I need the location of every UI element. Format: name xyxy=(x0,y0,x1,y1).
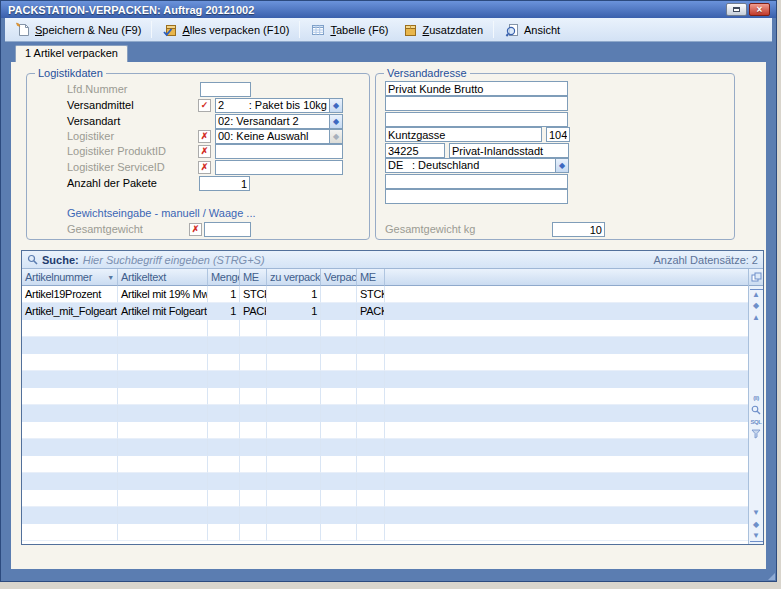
column-header-2[interactable]: Artikeltext xyxy=(118,269,208,286)
column-header-label: Artikeltext xyxy=(121,271,166,283)
anzahl-pakete-field[interactable] xyxy=(199,176,250,191)
table-button[interactable]: Tabelle (F6) xyxy=(304,20,394,40)
cell xyxy=(357,456,385,473)
save-new-button[interactable]: Speichern & Neu (F9) xyxy=(9,20,147,40)
gesamtgewicht-field[interactable] xyxy=(204,222,251,237)
versandart-dropdown-button[interactable]: ◆ xyxy=(329,115,342,128)
column-header-filler xyxy=(385,269,748,286)
cell: STCK xyxy=(240,286,267,303)
cell-filler xyxy=(385,337,748,354)
titlebar[interactable]: PACKSTATION-VERPACKEN: Auftrag 20121002 … xyxy=(1,1,776,18)
cell xyxy=(357,490,385,507)
logistiker-serviceid-field[interactable] xyxy=(215,160,343,175)
pack-all-button-label: Alles verpacken (F10) xyxy=(182,24,289,36)
save-new-button-label: Speichern & Neu (F9) xyxy=(35,24,141,36)
logistiker-text: 00: Keine Auswahl xyxy=(216,130,329,143)
logistiker-label: Logistiker xyxy=(67,129,114,144)
cell: 1 xyxy=(208,286,240,303)
diamond-spinner-icon: ◆ xyxy=(333,102,339,110)
search-icon[interactable] xyxy=(750,404,763,416)
page-up-icon[interactable]: ◆ xyxy=(750,300,763,312)
cell: 1 xyxy=(267,303,321,320)
column-header-4[interactable]: ME xyxy=(240,269,267,286)
versandart-text: 02: Versandart 2 xyxy=(216,115,329,128)
toolbar: Speichern & Neu (F9)Alles verpacken (F10… xyxy=(5,18,772,42)
restore-button[interactable] xyxy=(726,3,747,16)
cell xyxy=(321,371,357,388)
preview-icon xyxy=(504,22,520,38)
table-row[interactable]: Artikel19ProzentArtikel mit 19% MwSt.1ST… xyxy=(22,286,748,303)
cell xyxy=(267,507,321,524)
table-empty-row xyxy=(22,473,748,490)
view-button[interactable]: Ansicht xyxy=(498,20,566,40)
cell xyxy=(118,371,208,388)
versandmittel-label: Versandmittel xyxy=(67,98,134,113)
cell xyxy=(357,320,385,337)
column-header-1[interactable]: Artikelnummer▼ xyxy=(22,269,118,286)
cell xyxy=(321,456,357,473)
filter-icon[interactable] xyxy=(750,428,763,440)
tab-artikel-verpacken[interactable]: 1 Artikel verpacken xyxy=(15,45,128,62)
column-header-3[interactable]: Menge xyxy=(208,269,240,286)
table-empty-row xyxy=(22,507,748,524)
land-text: : Deutschland xyxy=(412,159,479,172)
sql-icon[interactable]: SQL xyxy=(750,416,763,428)
row-down-icon[interactable]: ▼ xyxy=(750,507,763,519)
x-flag-icon: ✗ xyxy=(198,145,211,158)
additional-data-button[interactable]: Zusatzdaten xyxy=(396,20,489,40)
column-header-6[interactable]: Verpackt xyxy=(321,269,357,286)
table-empty-row xyxy=(22,456,748,473)
row-up-icon[interactable]: ▲ xyxy=(750,312,763,324)
cell: PACK xyxy=(357,303,385,320)
cell xyxy=(118,422,208,439)
table-row[interactable]: Artikel_mit_FolgeartikelArtikel mit Folg… xyxy=(22,303,748,320)
logistiker-produktid-field[interactable] xyxy=(215,144,343,159)
cell: Artikel19Prozent xyxy=(22,286,118,303)
land-combo[interactable]: DE: Deutschland ◆ xyxy=(385,158,569,173)
versandmittel-dropdown-button[interactable]: ◆ xyxy=(329,99,342,112)
page-down-icon[interactable]: ◆ xyxy=(750,519,763,531)
cell: PACK xyxy=(240,303,267,320)
hausnummer-field[interactable] xyxy=(546,127,570,142)
app-window: PACKSTATION-VERPACKEN: Auftrag 20121002 … xyxy=(0,0,777,582)
name1-field[interactable] xyxy=(385,81,568,96)
plz-field[interactable] xyxy=(385,143,445,158)
name3-field[interactable] xyxy=(385,112,568,127)
zusatz2-field[interactable] xyxy=(385,189,568,204)
cell xyxy=(240,388,267,405)
column-header-5[interactable]: zu verpacke xyxy=(267,269,321,286)
main-area: 1 Artikel verpacken Logistikdaten Lfd.Nu… xyxy=(5,42,772,575)
grid-search-bar[interactable]: Suche: Hier Suchbegriff eingeben (STRG+S… xyxy=(22,251,763,269)
gesamtgewicht-kg-field[interactable] xyxy=(552,222,605,237)
cell xyxy=(118,388,208,405)
cell xyxy=(240,439,267,456)
name2-field[interactable] xyxy=(385,96,568,111)
additional-data-button-label: Zusatzdaten xyxy=(422,24,483,36)
cell xyxy=(208,473,240,490)
pack-all-button[interactable]: Alles verpacken (F10) xyxy=(156,20,295,40)
cell-filler xyxy=(385,388,748,405)
land-dropdown-button[interactable]: ◆ xyxy=(555,159,568,172)
toolbar-separator xyxy=(299,21,300,38)
search-placeholder[interactable]: Hier Suchbegriff eingeben (STRG+S) xyxy=(83,254,265,266)
lfd-nummer-field[interactable] xyxy=(200,82,251,97)
cell xyxy=(22,337,118,354)
table-empty-row xyxy=(22,371,748,388)
strasse-field[interactable] xyxy=(385,127,542,142)
scroll-top-icon[interactable]: ▲ xyxy=(750,289,763,300)
fit-columns-icon[interactable]: (‖) xyxy=(750,392,763,404)
versandart-combo[interactable]: 02: Versandart 2 ◆ xyxy=(215,114,343,129)
gewichtseingabe-link[interactable]: Gewichtseingabe - manuell / Waage ... xyxy=(67,206,256,221)
resize-grip[interactable] xyxy=(768,573,775,580)
cell: Artikel_mit_Folgeartikel xyxy=(22,303,118,320)
cell xyxy=(267,422,321,439)
logistiker-serviceid-label: Logistiker ServiceID xyxy=(67,160,165,175)
close-button[interactable]: × xyxy=(749,3,770,16)
scroll-bottom-icon[interactable]: ▼ xyxy=(750,531,763,542)
column-chooser-button[interactable] xyxy=(749,269,763,286)
versandmittel-combo[interactable]: 2: Paket bis 10kg ◆ xyxy=(215,98,343,113)
cell xyxy=(22,371,118,388)
column-header-7[interactable]: ME xyxy=(357,269,385,286)
zusatz1-field[interactable] xyxy=(385,174,568,189)
ort-field[interactable] xyxy=(449,143,569,158)
